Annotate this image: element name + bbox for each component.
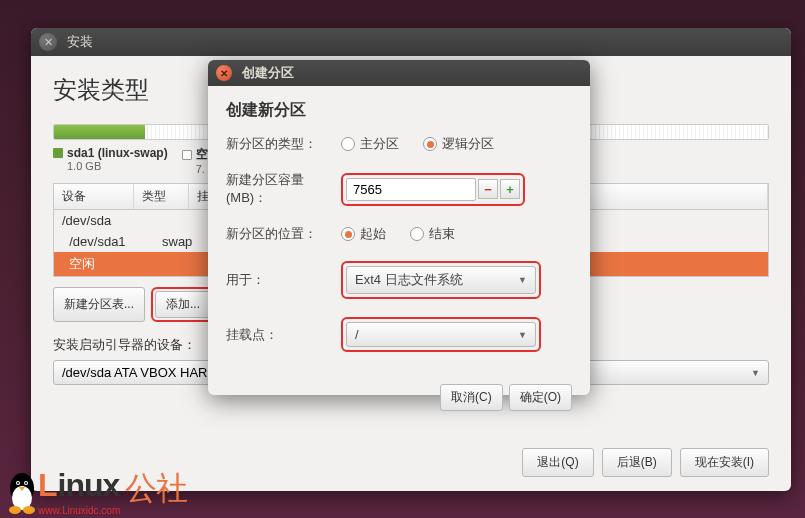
svg-point-5 — [25, 482, 27, 484]
mount-value: / — [355, 327, 359, 342]
main-titlebar: ✕ 安装 — [31, 28, 791, 56]
row-type: 新分区的类型： 主分区 逻辑分区 — [226, 135, 572, 153]
dialog-title: 创建分区 — [242, 64, 294, 82]
legend-item: 空 7. — [182, 146, 208, 175]
th-device[interactable]: 设备 — [54, 184, 134, 209]
ok-button[interactable]: 确定(O) — [509, 384, 572, 411]
legend-name: 空 — [196, 146, 208, 163]
radio-logical[interactable]: 逻辑分区 — [423, 135, 494, 153]
usefor-combo[interactable]: Ext4 日志文件系统 ▼ — [346, 266, 536, 294]
radio-end[interactable]: 结束 — [410, 225, 455, 243]
highlight-usefor: Ext4 日志文件系统 ▼ — [341, 261, 541, 299]
label-type: 新分区的类型： — [226, 135, 341, 153]
close-icon[interactable]: ✕ — [216, 65, 232, 81]
install-button[interactable]: 现在安装(I) — [680, 448, 769, 477]
row-mount: 挂载点： / ▼ — [226, 317, 572, 352]
watermark-logo: L inux 公社 www.Linuxidc.com — [2, 467, 187, 516]
radio-icon — [341, 137, 355, 151]
dialog-footer: 取消(C) 确定(O) — [208, 384, 590, 425]
main-title: 安装 — [67, 33, 93, 51]
cancel-button[interactable]: 取消(C) — [440, 384, 503, 411]
label-position: 新分区的位置： — [226, 225, 341, 243]
label-size: 新建分区容量(MB)： — [226, 171, 341, 207]
partition-segment-swap — [54, 125, 147, 139]
minus-icon[interactable]: − — [478, 179, 498, 199]
tux-icon — [2, 468, 42, 516]
row-size: 新建分区容量(MB)： − + — [226, 171, 572, 207]
label-usefor: 用于： — [226, 271, 341, 289]
add-button[interactable]: 添加... — [155, 291, 211, 318]
back-button[interactable]: 后退(B) — [602, 448, 672, 477]
new-table-button[interactable]: 新建分区表... — [53, 287, 145, 322]
footer-buttons: 退出(Q) 后退(B) 现在安装(I) — [522, 448, 769, 477]
close-icon[interactable]: ✕ — [39, 33, 57, 51]
radio-icon — [410, 227, 424, 241]
radio-icon — [423, 137, 437, 151]
legend-item: sda1 (linux-swap) 1.0 GB — [53, 146, 168, 175]
legend-swatch-icon — [53, 148, 63, 158]
dialog-heading: 创建新分区 — [226, 100, 572, 121]
th-type[interactable]: 类型 — [134, 184, 189, 209]
mount-combo[interactable]: / ▼ — [346, 322, 536, 347]
dialog-titlebar: ✕ 创建分区 — [208, 60, 590, 86]
size-input[interactable] — [346, 178, 476, 201]
label-mount: 挂载点： — [226, 326, 341, 344]
create-partition-dialog: ✕ 创建分区 创建新分区 新分区的类型： 主分区 逻辑分区 新建分区容量(MB)… — [208, 60, 590, 395]
highlight-size: − + — [341, 173, 525, 206]
svg-point-7 — [23, 506, 35, 514]
chevron-down-icon: ▼ — [518, 275, 527, 285]
legend-swatch-icon — [182, 150, 192, 160]
svg-point-4 — [17, 482, 19, 484]
highlight-mount: / ▼ — [341, 317, 541, 352]
svg-point-6 — [9, 506, 21, 514]
row-usefor: 用于： Ext4 日志文件系统 ▼ — [226, 261, 572, 299]
chevron-down-icon: ▼ — [518, 330, 527, 340]
legend-size: 1.0 GB — [67, 160, 168, 172]
logo-suffix: 公社 — [125, 467, 187, 511]
legend-size: 7. — [196, 163, 208, 175]
chevron-down-icon: ▼ — [751, 368, 760, 378]
usefor-value: Ext4 日志文件系统 — [355, 271, 463, 289]
plus-icon[interactable]: + — [500, 179, 520, 199]
row-position: 新分区的位置： 起始 结束 — [226, 225, 572, 243]
quit-button[interactable]: 退出(Q) — [522, 448, 593, 477]
highlight-add: 添加... — [151, 287, 215, 322]
radio-primary[interactable]: 主分区 — [341, 135, 399, 153]
radio-begin[interactable]: 起始 — [341, 225, 386, 243]
legend-name: sda1 (linux-swap) — [67, 146, 168, 160]
radio-icon — [341, 227, 355, 241]
